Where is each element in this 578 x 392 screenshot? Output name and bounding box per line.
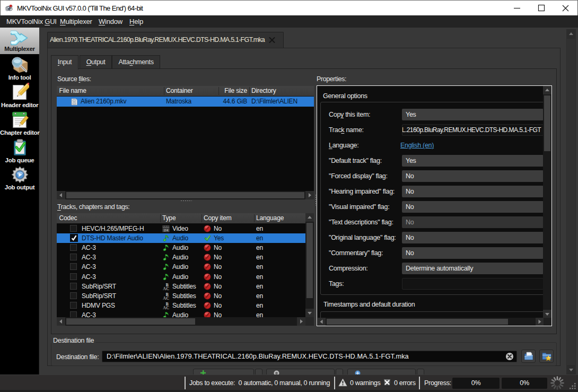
svg-text:2 4: 2 4 [164, 229, 168, 232]
svg-text:C: C [166, 295, 169, 300]
svg-text:C: C [166, 305, 169, 309]
svg-text:C: C [166, 286, 169, 290]
